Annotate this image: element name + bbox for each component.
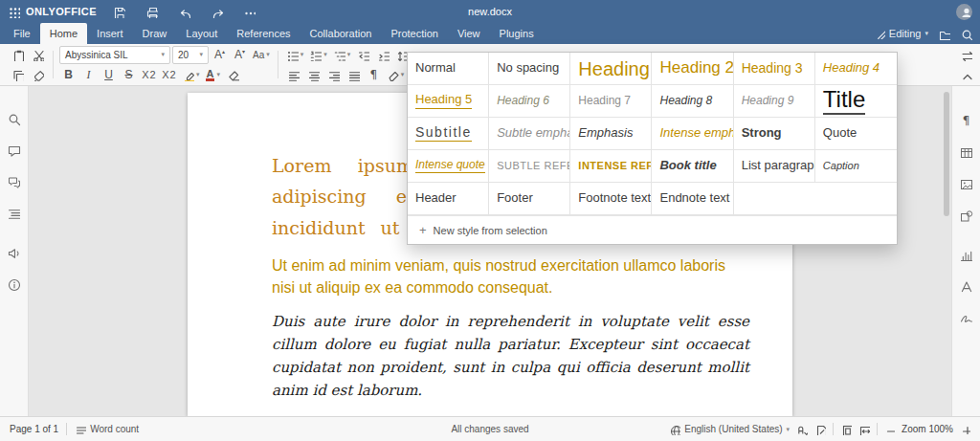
tab-view[interactable]: View xyxy=(448,23,490,44)
tab-references[interactable]: References xyxy=(227,23,300,44)
style-option-heading-3[interactable]: Heading 3 xyxy=(734,53,815,85)
superscript-button[interactable]: X2 xyxy=(160,66,178,84)
style-option-intense-quote[interactable]: Intense quote xyxy=(408,150,489,183)
underline-button[interactable]: U xyxy=(100,66,118,84)
chat-button[interactable] xyxy=(4,172,25,191)
copy-button[interactable] xyxy=(9,66,27,84)
style-option-list-paragraph[interactable]: List paragraph xyxy=(734,150,815,183)
decrease-font-button[interactable]: A xyxy=(231,46,249,64)
paste-button[interactable] xyxy=(9,46,27,64)
style-option-strong[interactable]: Strong xyxy=(734,118,815,150)
style-option-heading-7[interactable]: Heading 7 xyxy=(570,85,652,118)
language-button[interactable]: English (United States) ▾ xyxy=(669,420,790,439)
quick-search-button[interactable] xyxy=(960,28,972,40)
spell-checking-button[interactable] xyxy=(796,420,808,439)
zoom-out-button[interactable] xyxy=(884,420,895,439)
tab-protection[interactable]: Protection xyxy=(381,23,448,44)
onlyoffice-logo[interactable]: ONLYOFFICE xyxy=(8,6,97,18)
style-option-subtitle[interactable]: Subtitle xyxy=(408,118,489,150)
tab-layout[interactable]: Layout xyxy=(176,23,227,44)
image-settings-button[interactable] xyxy=(956,174,977,193)
font-color-button[interactable]: A xyxy=(204,66,222,84)
paragraph-ut-enim[interactable]: Ut enim ad minim veniam, quis nostrud ex… xyxy=(272,254,749,298)
style-option-endnote-text[interactable]: Endnote text xyxy=(652,183,733,215)
bold-button[interactable]: B xyxy=(59,66,78,84)
new-style-button[interactable]: + New style from selection xyxy=(408,215,897,244)
align-justify-button[interactable] xyxy=(345,66,363,84)
chart-settings-button[interactable] xyxy=(956,245,977,264)
tab-draw[interactable]: Draw xyxy=(133,23,177,44)
page-indicator[interactable]: Page 1 of 1 xyxy=(10,424,58,434)
fit-width-button[interactable] xyxy=(858,420,870,439)
track-changes-button[interactable] xyxy=(814,420,826,439)
style-option-heading-8[interactable]: Heading 8 xyxy=(652,85,733,118)
style-option-heading-2[interactable]: Heading 2 xyxy=(652,53,733,85)
save-button[interactable] xyxy=(110,2,129,21)
word-count-button[interactable]: Word count xyxy=(75,420,139,439)
increase-font-button[interactable]: A xyxy=(211,46,229,64)
feedback-button[interactable] xyxy=(4,243,25,262)
font-name-select[interactable]: Abyssinica SIL ▾ xyxy=(59,46,170,64)
more-actions-button[interactable] xyxy=(240,2,259,21)
strikethrough-button[interactable]: S xyxy=(120,66,138,84)
style-option-heading-4[interactable]: Heading 4 xyxy=(815,53,897,85)
style-option-footnote-text[interactable]: Footnote text xyxy=(570,183,652,215)
tab-file[interactable]: File xyxy=(4,23,40,44)
style-option-book-title[interactable]: Book title xyxy=(652,150,733,183)
style-option-subtle-reference[interactable]: Subtle reference xyxy=(489,150,570,183)
align-left-button[interactable] xyxy=(284,66,302,84)
style-option-normal[interactable]: Normal xyxy=(408,53,489,85)
multilevel-list-button[interactable] xyxy=(331,46,353,64)
change-case-button[interactable]: Aa xyxy=(251,46,272,64)
align-right-button[interactable] xyxy=(324,66,343,84)
style-option-subtle-emphasis[interactable]: Subtle emphasis xyxy=(489,118,570,150)
numbering-button[interactable] xyxy=(307,46,329,64)
paragraph-settings-button[interactable]: ¶ xyxy=(956,111,977,130)
style-option-intense-reference[interactable]: Intense reference xyxy=(570,150,652,183)
style-option-caption[interactable]: Caption xyxy=(815,150,897,183)
increase-indent-button[interactable] xyxy=(374,46,392,64)
style-option-heading-5[interactable]: Heading 5 xyxy=(408,85,489,118)
find-button[interactable] xyxy=(4,109,25,128)
tab-insert[interactable]: Insert xyxy=(87,23,133,44)
style-option-quote[interactable]: Quote xyxy=(815,118,897,150)
find-replace-button[interactable] xyxy=(957,46,975,64)
decrease-indent-button[interactable] xyxy=(354,46,372,64)
style-option-intense-emphasis[interactable]: Intense emphasis xyxy=(652,118,733,150)
shading-button[interactable] xyxy=(385,66,407,84)
vertical-scrollbar[interactable] xyxy=(942,88,950,414)
print-button[interactable] xyxy=(143,2,162,21)
style-option-heading-1[interactable]: Heading 1 xyxy=(570,53,652,85)
shape-settings-button[interactable] xyxy=(956,206,977,225)
collapse-toolbar-button[interactable] xyxy=(957,66,975,84)
style-option-header[interactable]: Header xyxy=(408,183,489,215)
style-option-emphasis[interactable]: Emphasis xyxy=(570,118,652,150)
scrollbar-thumb[interactable] xyxy=(944,92,949,216)
tab-collaboration[interactable]: Collaboration xyxy=(301,23,382,44)
text-art-settings-button[interactable] xyxy=(956,276,977,296)
about-button[interactable] xyxy=(4,275,25,294)
nonprinting-characters-button[interactable]: ¶ xyxy=(365,66,383,84)
clear-style-button[interactable] xyxy=(224,66,242,84)
style-option-no-spacing[interactable]: No spacing xyxy=(489,53,570,85)
style-option-heading-9[interactable]: Heading 9 xyxy=(734,85,815,118)
subscript-button[interactable]: X2 xyxy=(140,66,158,84)
font-size-select[interactable]: 20 ▾ xyxy=(172,46,209,64)
highlight-color-button[interactable] xyxy=(180,66,202,84)
signature-settings-button[interactable] xyxy=(956,308,977,327)
tab-plugins[interactable]: Plugins xyxy=(490,23,544,44)
style-option-heading-6[interactable]: Heading 6 xyxy=(489,85,570,118)
copy-style-button[interactable] xyxy=(29,66,47,84)
undo-button[interactable] xyxy=(175,2,194,21)
user-avatar[interactable] xyxy=(956,4,972,20)
comments-button[interactable] xyxy=(4,141,25,160)
style-option-footer[interactable]: Footer xyxy=(489,183,570,215)
editing-mode-button[interactable]: Editing ▾ xyxy=(875,28,928,39)
cut-button[interactable] xyxy=(29,46,47,64)
navigation-button[interactable] xyxy=(4,204,25,223)
table-settings-button[interactable] xyxy=(956,143,977,162)
align-center-button[interactable] xyxy=(304,66,323,84)
zoom-in-button[interactable] xyxy=(960,420,970,439)
tab-home[interactable]: Home xyxy=(40,23,87,44)
style-option-title[interactable]: Title xyxy=(815,85,897,118)
